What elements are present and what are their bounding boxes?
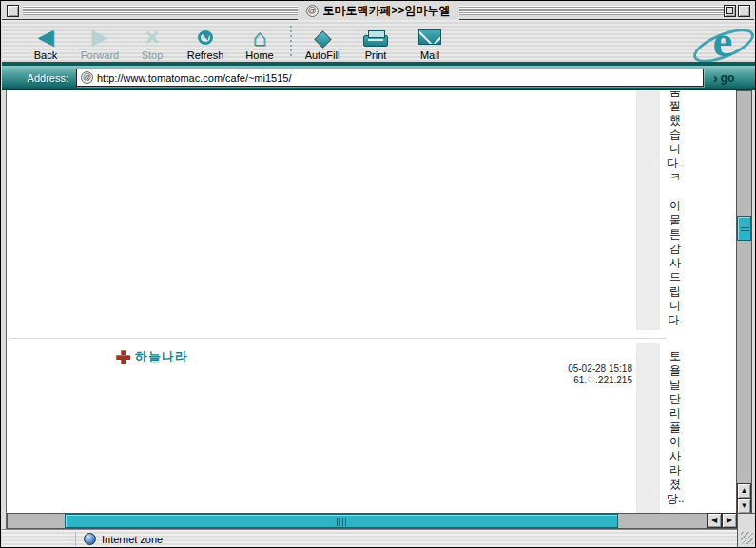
internet-explorer-logo-icon: e <box>695 16 750 64</box>
status-bar: Internet zone <box>2 529 737 548</box>
scroll-left-button[interactable]: ◀ <box>707 513 722 528</box>
resize-grip[interactable] <box>737 513 756 548</box>
scroll-right-button[interactable]: ▶ <box>722 513 737 528</box>
forward-button[interactable]: ▶ Forward <box>73 23 126 61</box>
forward-label: Forward <box>81 49 119 61</box>
stop-label: Stop <box>142 49 164 61</box>
page-content: 움 찔 했 습 니 다.. ㅋ 아 뭍 튼 감 사 드 립 니 다. 하늘나라 … <box>7 90 736 513</box>
status-divider <box>75 532 76 546</box>
go-label: go <box>721 71 735 85</box>
address-input[interactable] <box>97 72 699 84</box>
table-cell-background-top <box>636 90 660 330</box>
back-label: Back <box>34 49 57 61</box>
comment-text-top: 움 찔 했 습 니 다.. ㅋ 아 뭍 튼 감 사 드 립 니 다. <box>667 90 684 327</box>
address-bar: Address: @ › go <box>2 66 756 90</box>
mail-label: Mail <box>420 49 439 61</box>
scroll-up-button[interactable]: ▲ <box>737 483 751 499</box>
window-title: 토마토맥카페>>임마누엘 <box>322 3 450 19</box>
home-label: Home <box>245 49 273 61</box>
author-signature[interactable]: 하늘나라 <box>116 348 188 365</box>
go-arrow-icon: › <box>713 72 718 84</box>
horizontal-scroll-thumb[interactable] <box>65 514 618 528</box>
browser-window: @ 토마토맥카페>>임마누엘 ◀ Back ▶ Forward × Stop R… <box>0 0 756 548</box>
row-separator-line <box>9 338 667 339</box>
toolbar: ◀ Back ▶ Forward × Stop Refresh ⌂ Home A… <box>2 20 756 62</box>
print-button[interactable]: Print <box>357 23 395 61</box>
table-cell-background-bottom <box>636 343 660 513</box>
go-button[interactable]: › go <box>713 71 734 85</box>
print-icon <box>363 25 388 49</box>
vertical-scrollbar[interactable]: ▲ ▼ <box>736 90 752 513</box>
mail-button[interactable]: Mail <box>409 23 451 61</box>
refresh-label: Refresh <box>187 49 224 61</box>
autofill-icon <box>317 25 329 49</box>
address-label: Address: <box>2 72 76 84</box>
home-button[interactable]: ⌂ Home <box>239 23 281 61</box>
mail-icon <box>418 25 441 49</box>
security-zone-label: Internet zone <box>102 534 163 545</box>
stop-button[interactable]: × Stop <box>133 23 171 61</box>
post-meta: 05-02-28 15:18 61.♡.221.215 <box>520 363 632 386</box>
print-label: Print <box>365 49 387 61</box>
refresh-button[interactable]: Refresh <box>181 23 230 61</box>
address-field[interactable]: @ <box>76 68 704 87</box>
window-title-area: @ 토마토맥카페>>임마누엘 <box>297 2 458 20</box>
autofill-button[interactable]: AutoFill <box>296 23 349 61</box>
back-button[interactable]: ◀ Back <box>23 23 68 61</box>
scroll-down-button[interactable]: ▼ <box>737 499 751 514</box>
refresh-icon <box>198 25 213 49</box>
toolbar-separator <box>290 26 292 56</box>
author-logo-text: 하늘나라 <box>135 348 188 365</box>
url-page-icon: @ <box>81 71 93 84</box>
window-frame-right <box>752 90 756 548</box>
comment-text-bottom: 토 욜 날 단 리 플 이 사 라 졌 당.. <box>667 349 684 506</box>
vertical-scroll-thumb[interactable] <box>737 216 751 241</box>
globe-icon <box>84 533 96 545</box>
page-favicon-icon: @ <box>305 5 318 17</box>
red-cross-icon <box>116 350 130 364</box>
post-date: 05-02-28 15:18 <box>520 363 632 375</box>
horizontal-scrollbar[interactable]: ◀ ▶ <box>7 513 737 529</box>
autofill-label: AutoFill <box>305 49 340 61</box>
home-icon: ⌂ <box>252 25 266 49</box>
post-ip: 61.♡.221.215 <box>520 375 632 386</box>
back-icon: ◀ <box>38 25 54 49</box>
close-button[interactable] <box>7 5 19 17</box>
forward-icon: ▶ <box>92 25 108 49</box>
title-bar[interactable]: @ 토마토맥카페>>임마누엘 <box>2 2 754 20</box>
stop-icon: × <box>145 25 159 49</box>
